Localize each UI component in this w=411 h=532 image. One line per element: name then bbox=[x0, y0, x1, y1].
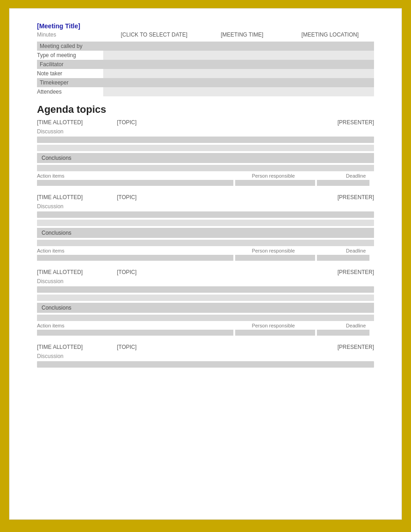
discussion-label-2: Discussion bbox=[37, 203, 374, 210]
facilitator-value[interactable] bbox=[103, 60, 374, 69]
table-row: Meeting called by bbox=[37, 42, 374, 51]
meeting-called-by-label: Meeting called by bbox=[37, 42, 103, 51]
discussion-label-3: Discussion bbox=[37, 278, 374, 284]
topic-3[interactable]: [TOPIC] bbox=[117, 269, 315, 275]
presenter-1[interactable]: [PRESENTER] bbox=[315, 119, 374, 126]
discussion-bar-1 bbox=[37, 137, 374, 143]
meeting-title[interactable]: [Meeting Title] bbox=[37, 22, 374, 30]
action-bar-person-3[interactable] bbox=[235, 330, 315, 336]
conclusions-bar-2[interactable] bbox=[83, 228, 374, 238]
person-responsible-label-1: Person responsible bbox=[233, 173, 313, 179]
action-row-2: Action items Person responsible Deadline bbox=[37, 248, 374, 253]
person-responsible-label-2: Person responsible bbox=[233, 248, 313, 253]
type-of-meeting-value[interactable] bbox=[103, 51, 374, 60]
type-of-meeting-label: Type of meeting bbox=[37, 51, 103, 60]
info-table: Meeting called by Type of meeting Facili… bbox=[37, 42, 374, 96]
discussion-bar-4 bbox=[37, 361, 374, 368]
time-allotted-2[interactable]: [TIME ALLOTTED] bbox=[37, 194, 117, 200]
presenter-3[interactable]: [PRESENTER] bbox=[315, 269, 374, 275]
deadline-label-1: Deadline bbox=[313, 173, 366, 179]
conclusions-row-3: Conclusions bbox=[37, 303, 374, 313]
header-row: Minutes [CLICK TO SELECT DATE] [MEETING … bbox=[37, 32, 374, 38]
conclusions-label-2[interactable]: Conclusions bbox=[37, 228, 83, 238]
date-field[interactable]: [CLICK TO SELECT DATE] bbox=[110, 32, 198, 38]
facilitator-label: Facilitator bbox=[37, 60, 103, 69]
location-field[interactable]: [MEETING LOCATION] bbox=[286, 32, 374, 38]
spacer-bar-3 bbox=[37, 315, 374, 321]
topic-1[interactable]: [TOPIC] bbox=[117, 119, 315, 126]
agenda-header-row-4: [TIME ALLOTTED] [TOPIC] [PRESENTER] bbox=[37, 344, 374, 350]
discussion-label-1: Discussion bbox=[37, 128, 374, 135]
person-responsible-label-3: Person responsible bbox=[233, 323, 313, 328]
presenter-2[interactable]: [PRESENTER] bbox=[315, 194, 374, 200]
action-bar-deadline-1[interactable] bbox=[317, 180, 369, 186]
note-taker-value[interactable] bbox=[103, 69, 374, 78]
action-items-label-3: Action items bbox=[37, 323, 233, 328]
agenda-header-row-3: [TIME ALLOTTED] [TOPIC] [PRESENTER] bbox=[37, 269, 374, 275]
agenda-block-3: [TIME ALLOTTED] [TOPIC] [PRESENTER] Disc… bbox=[37, 269, 374, 336]
deadline-label-2: Deadline bbox=[313, 248, 366, 253]
conclusions-row-2: Conclusions bbox=[37, 228, 374, 238]
timekeeper-value[interactable] bbox=[103, 78, 374, 87]
conclusions-label-3[interactable]: Conclusions bbox=[37, 303, 83, 313]
action-bar-deadline-3[interactable] bbox=[317, 330, 369, 336]
attendees-value[interactable] bbox=[103, 87, 374, 96]
table-row: Note taker bbox=[37, 69, 374, 78]
conclusions-label-1[interactable]: Conclusions bbox=[37, 153, 83, 163]
page: [Meeting Title] Minutes [CLICK TO SELECT… bbox=[9, 8, 402, 520]
discussion-bar-2b bbox=[37, 220, 374, 226]
action-bar-deadline-2[interactable] bbox=[317, 255, 369, 261]
action-bar-main-1[interactable] bbox=[37, 180, 233, 186]
timekeeper-label: Timekeeper bbox=[37, 78, 103, 87]
discussion-label-4: Discussion bbox=[37, 353, 374, 359]
agenda-block-2: [TIME ALLOTTED] [TOPIC] [PRESENTER] Disc… bbox=[37, 194, 374, 261]
action-bars-1 bbox=[37, 180, 374, 186]
note-taker-label: Note taker bbox=[37, 69, 103, 78]
topic-4[interactable]: [TOPIC] bbox=[117, 344, 315, 350]
action-bars-3 bbox=[37, 330, 374, 336]
agenda-block-1: [TIME ALLOTTED] [TOPIC] [PRESENTER] Disc… bbox=[37, 119, 374, 186]
action-bars-2 bbox=[37, 255, 374, 261]
agenda-section-title: Agenda topics bbox=[37, 104, 374, 116]
deadline-label-3: Deadline bbox=[313, 323, 366, 328]
conclusions-bar-1[interactable] bbox=[83, 153, 374, 163]
attendees-label: Attendees bbox=[37, 87, 103, 96]
discussion-bar-3 bbox=[37, 286, 374, 293]
action-items-label-1: Action items bbox=[37, 173, 233, 179]
time-allotted-4[interactable]: [TIME ALLOTTED] bbox=[37, 344, 117, 350]
topic-2[interactable]: [TOPIC] bbox=[117, 194, 315, 200]
conclusions-bar-3[interactable] bbox=[83, 303, 374, 313]
table-row: Timekeeper bbox=[37, 78, 374, 87]
action-row-3: Action items Person responsible Deadline bbox=[37, 323, 374, 328]
time-field[interactable]: [MEETING TIME] bbox=[198, 32, 286, 38]
agenda-header-row-2: [TIME ALLOTTED] [TOPIC] [PRESENTER] bbox=[37, 194, 374, 200]
agenda-header-row: [TIME ALLOTTED] [TOPIC] [PRESENTER] bbox=[37, 119, 374, 126]
agenda-block-4: [TIME ALLOTTED] [TOPIC] [PRESENTER] Disc… bbox=[37, 344, 374, 368]
action-bar-main-3[interactable] bbox=[37, 330, 233, 336]
discussion-bar-1b bbox=[37, 145, 374, 151]
minutes-label: Minutes bbox=[37, 32, 110, 38]
meeting-called-by-value[interactable] bbox=[103, 42, 374, 51]
spacer-bar-1 bbox=[37, 165, 374, 171]
conclusions-row-1: Conclusions bbox=[37, 153, 374, 163]
time-allotted-3[interactable]: [TIME ALLOTTED] bbox=[37, 269, 117, 275]
action-bar-person-1[interactable] bbox=[235, 180, 315, 186]
presenter-4[interactable]: [PRESENTER] bbox=[315, 344, 374, 350]
table-row: Attendees bbox=[37, 87, 374, 96]
table-row: Type of meeting bbox=[37, 51, 374, 60]
table-row: Facilitator bbox=[37, 60, 374, 69]
action-bar-main-2[interactable] bbox=[37, 255, 233, 261]
discussion-bar-2 bbox=[37, 211, 374, 218]
discussion-bar-3b bbox=[37, 295, 374, 301]
action-bar-person-2[interactable] bbox=[235, 255, 315, 261]
spacer-bar-2 bbox=[37, 240, 374, 246]
action-items-label-2: Action items bbox=[37, 248, 233, 253]
action-row-1: Action items Person responsible Deadline bbox=[37, 173, 374, 179]
time-allotted-1[interactable]: [TIME ALLOTTED] bbox=[37, 119, 117, 126]
